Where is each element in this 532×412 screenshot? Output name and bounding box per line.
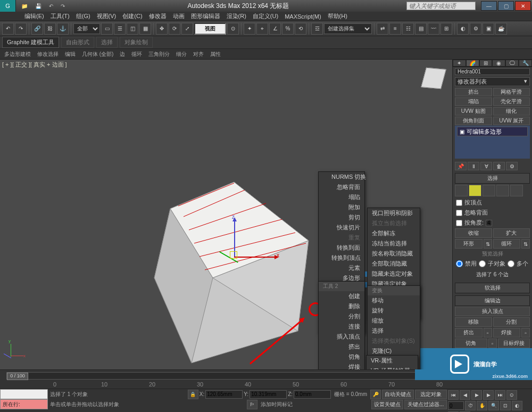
btn-chamfer2[interactable]: 切角 [455, 339, 487, 348]
btn-remove[interactable]: 移除 [455, 317, 492, 327]
check-ignorebackface[interactable] [456, 210, 462, 216]
vp-zoomext-icon[interactable]: ⊡ [500, 401, 511, 410]
panel-tab-motion-icon[interactable]: ◉ [492, 60, 505, 67]
move-icon[interactable]: ✥ [156, 23, 168, 35]
ctx-connect[interactable]: 连接 [319, 322, 364, 332]
render-icon[interactable]: ☕ [495, 23, 507, 35]
script-line-label[interactable]: 所在行: [0, 399, 48, 409]
time-track[interactable]: 0 / 100 [6, 372, 452, 380]
rollout-softsel[interactable]: 软选择 [455, 283, 530, 293]
ctx-freezesel[interactable]: 冻结当前选择 [368, 238, 420, 249]
tag-icon[interactable]: 🏳 [247, 400, 257, 409]
keymode-icon[interactable]: ⊙ [506, 390, 517, 400]
render-frame-icon[interactable]: ▣ [483, 23, 494, 35]
rotate-icon[interactable]: ⟳ [169, 23, 180, 35]
ctx-unhidename[interactable]: 按名称取消隐藏 [368, 249, 420, 259]
goto-start-icon[interactable]: ⏮ [448, 390, 459, 400]
radio-disable[interactable] [456, 260, 463, 267]
vp-zoom-icon[interactable]: 🔍 [488, 401, 499, 410]
graphite-tab-selection[interactable]: 选择 [96, 37, 118, 48]
stack-show-icon[interactable]: Ⅱ [468, 162, 479, 170]
menu-help[interactable]: 帮助(H) [325, 12, 351, 20]
angle-snap-icon[interactable]: ∠ [269, 23, 281, 35]
prev-frame-icon[interactable]: ◀ [460, 390, 470, 400]
check-byangle[interactable] [456, 220, 462, 226]
ctx-cut[interactable]: 剪切 [319, 212, 364, 223]
coord-z-field[interactable] [294, 390, 331, 399]
vp-pan-icon[interactable]: ✋ [477, 401, 487, 410]
menu-view[interactable]: 视图(V) [94, 12, 120, 20]
ctx-quickslice[interactable]: 快速切片 [319, 223, 364, 233]
ctx-split[interactable]: 分割 [319, 311, 364, 322]
unlink-icon[interactable]: ⛓ [44, 23, 56, 35]
frame-field[interactable] [448, 401, 464, 410]
qat-open-icon[interactable]: 📁 [18, 3, 31, 9]
menu-animation[interactable]: 动画 [170, 12, 188, 20]
menu-maxscript[interactable]: MAXScript(M) [281, 13, 324, 20]
qat-undo-icon[interactable]: ↶ [46, 3, 56, 9]
curve-editor-icon[interactable]: 〰 [428, 23, 439, 35]
ctx-convface[interactable]: 转换到面 [319, 243, 364, 253]
app-icon[interactable]: G [0, 0, 16, 12]
ribbon-edit[interactable]: 编辑 [63, 51, 78, 58]
ribbon-loop[interactable]: 循环 [129, 51, 144, 58]
ctx-vrprops[interactable]: VR-属性 [367, 356, 418, 366]
panel-tab-modify-icon[interactable]: 🌈 [466, 60, 479, 67]
btn-targetweld[interactable]: 目标焊接 [498, 339, 530, 348]
check-byvertex[interactable] [456, 200, 462, 206]
lock-icon[interactable]: 🔒 [188, 390, 198, 399]
btn-refine[interactable]: 细化 [493, 107, 530, 116]
btn-uvwmap[interactable]: UVW 贴图 [455, 107, 492, 116]
align-icon[interactable]: ≡ [389, 23, 401, 35]
chamfer-settings-icon[interactable]: ▫ [488, 339, 497, 348]
select-region-icon[interactable]: ◫ [127, 23, 138, 35]
btn-shellsmooth[interactable]: 壳化平滑 [493, 97, 530, 106]
minimize-button[interactable]: — [481, 1, 497, 11]
ribbon-subdiv[interactable]: 细分 [174, 51, 189, 58]
ctx-extrude[interactable]: 挤出 [319, 342, 364, 352]
time-config-icon[interactable]: ⏱ [465, 401, 476, 410]
select-icon[interactable]: ▭ [101, 23, 113, 35]
btn-extrude2[interactable]: 挤出 [455, 328, 483, 337]
ctx-repeat[interactable]: 重复 [319, 233, 364, 243]
rollout-selection[interactable]: 选择 [455, 173, 530, 184]
ribbon-icon[interactable]: ▤ [415, 23, 427, 35]
btn-split2[interactable]: 分割 [493, 317, 530, 327]
keyfilter-button[interactable]: 关键点过滤器... [404, 400, 447, 409]
ctx-convvert[interactable]: 转换到顶点 [319, 253, 364, 263]
radio-subobj[interactable] [479, 260, 486, 267]
btn-loop[interactable]: 循环 [493, 239, 521, 249]
ribbon-edge[interactable]: 边 [118, 51, 127, 58]
ribbon-modifysel[interactable]: 修改选择 [35, 51, 61, 58]
menu-modifiers[interactable]: 修改器 [146, 12, 170, 20]
help-search-input[interactable]: 键入关键字或短语 [406, 2, 476, 10]
panel-tab-utility-icon[interactable]: 🔧 [519, 60, 532, 67]
graphite-tab-freeform[interactable]: 自由形式 [61, 37, 94, 48]
scale-icon[interactable]: ⤢ [181, 23, 193, 35]
ctx-isolate[interactable]: 孤立当前选择 [368, 218, 420, 228]
setkey-button[interactable]: 设置关键点 [371, 400, 403, 409]
ctx-create[interactable]: 创建 [319, 291, 364, 301]
spinner-snap-icon[interactable]: ⟲ [295, 23, 306, 35]
panel-tab-create-icon[interactable]: ✦ [453, 60, 466, 67]
undo-icon[interactable]: ↶ [2, 23, 14, 35]
btn-collapse[interactable]: 塌陷 [455, 97, 492, 106]
next-frame-icon[interactable]: ▶ [483, 390, 494, 400]
ctx-unhideall[interactable]: 全部取消隐藏 [368, 259, 420, 269]
ribbon-props[interactable]: 属性 [208, 51, 223, 58]
btn-insertvertex[interactable]: 插入顶点 [455, 307, 530, 316]
layers-icon[interactable]: ☷ [402, 23, 414, 35]
stack-unique-icon[interactable]: ∀ [480, 162, 492, 170]
ctx-weld[interactable]: 焊接 [319, 362, 364, 369]
ctx-delete[interactable]: 删除 [319, 301, 364, 311]
menu-customize[interactable]: 自定义(U) [250, 12, 281, 20]
qat-redo-icon[interactable]: ↷ [57, 3, 68, 9]
selected-button[interactable]: 选定对象 [415, 390, 447, 399]
subsel-border-icon[interactable] [483, 185, 495, 196]
redo-icon[interactable]: ↷ [15, 23, 27, 35]
coord-x-field[interactable] [205, 390, 243, 399]
stack-delete-icon[interactable]: 🗑 [493, 162, 505, 170]
panel-tab-display-icon[interactable]: 🖵 [505, 60, 519, 67]
graphite-title[interactable]: Graphite 建模工具 [2, 37, 59, 48]
ctx-element[interactable]: 元素 [319, 263, 364, 273]
